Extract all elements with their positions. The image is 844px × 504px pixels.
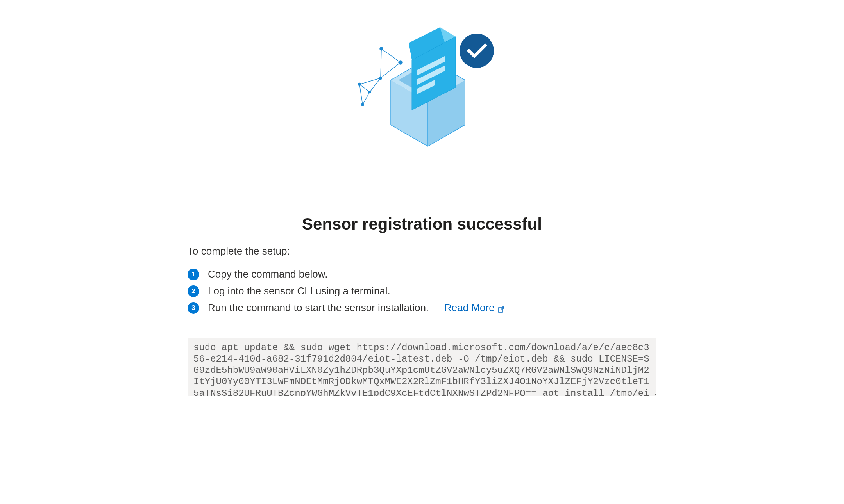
steps-list: 1 Copy the command below. 2 Log into the…	[188, 268, 656, 314]
step-2-text: Log into the sensor CLI using a terminal…	[208, 285, 390, 297]
read-more-link[interactable]: Read More	[444, 302, 505, 314]
svg-point-8	[380, 47, 383, 50]
step-bullet-3: 3	[188, 302, 199, 314]
svg-line-0	[381, 49, 401, 62]
read-more-label: Read More	[444, 302, 495, 314]
svg-point-12	[369, 91, 371, 93]
hero-illustration	[0, 27, 844, 164]
page: Sensor registration successful To comple…	[0, 0, 844, 413]
step-2: 2 Log into the sensor CLI using a termin…	[188, 285, 656, 297]
install-command-textarea[interactable]	[188, 338, 656, 396]
svg-line-4	[370, 78, 381, 92]
svg-line-7	[381, 49, 381, 78]
svg-point-25	[460, 34, 494, 68]
step-3: 3 Run the command to start the sensor in…	[188, 302, 656, 314]
svg-line-6	[359, 84, 370, 92]
step-bullet-2: 2	[188, 285, 199, 297]
svg-point-11	[358, 83, 361, 86]
page-title: Sensor registration successful	[0, 215, 844, 233]
step-3-text: Run the command to start the sensor inst…	[208, 302, 429, 314]
external-link-icon	[497, 304, 505, 312]
intro-text: To complete the setup:	[188, 245, 656, 257]
svg-line-2	[359, 78, 381, 84]
svg-line-3	[359, 84, 363, 105]
svg-line-1	[381, 62, 401, 78]
svg-point-10	[379, 77, 382, 80]
step-1: 1 Copy the command below.	[188, 268, 656, 280]
command-container	[188, 338, 656, 398]
content: To complete the setup: 1 Copy the comman…	[188, 245, 656, 398]
svg-point-13	[361, 103, 364, 106]
registration-success-icon	[340, 27, 504, 164]
checkmark-icon	[460, 34, 494, 68]
svg-line-5	[363, 92, 370, 105]
svg-point-9	[399, 61, 402, 64]
step-bullet-1: 1	[188, 269, 199, 280]
step-1-text: Copy the command below.	[208, 268, 327, 280]
